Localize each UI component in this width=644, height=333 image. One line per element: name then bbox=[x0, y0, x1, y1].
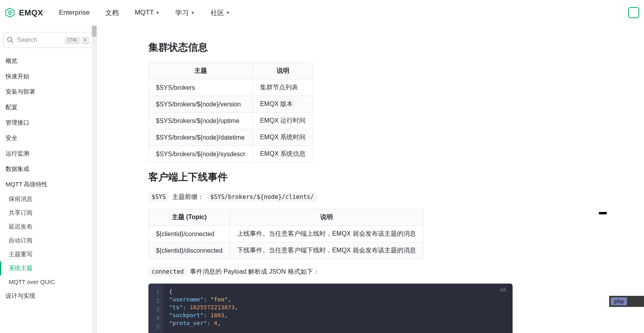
sidebar-scrollbar-thumb[interactable] bbox=[92, 26, 97, 37]
table-header: 主题 bbox=[149, 63, 253, 79]
table-row: $SYS/brokers/${node}/versionEMQX 版本 bbox=[149, 96, 313, 113]
sidebar-subitem[interactable]: MQTT over QUIC bbox=[0, 275, 97, 288]
search-input[interactable]: Search CTRL K bbox=[3, 32, 93, 48]
sidebar-subitem[interactable]: 系统主题 bbox=[0, 261, 97, 275]
sidebar-subitem[interactable]: 保留消息 bbox=[0, 192, 97, 206]
sidebar-item[interactable]: 数据集成 bbox=[0, 161, 97, 177]
main-content: 集群状态信息 主题说明 $SYS/brokers集群节点列表$SYS/broke… bbox=[97, 26, 644, 333]
section-heading-client-events: 客户端上下线事件 bbox=[148, 170, 513, 184]
kbd-ctrl: CTRL bbox=[65, 37, 80, 44]
code-line-numbers: 12345 bbox=[148, 284, 163, 333]
code-language-badge: sh bbox=[500, 287, 506, 293]
table-cell: 上线事件。当任意客户端上线时，EMQX 就会发布该主题的消息 bbox=[230, 226, 424, 242]
sidebar-item[interactable]: 概览 bbox=[0, 53, 97, 69]
section-heading-cluster: 集群状态信息 bbox=[148, 41, 513, 54]
search-placeholder: Search bbox=[17, 36, 62, 44]
sidebar-subitem[interactable]: 自动订阅 bbox=[0, 234, 97, 248]
nav-文档[interactable]: 文档 bbox=[105, 8, 119, 17]
table-cell: $SYS/brokers/${node}/uptime bbox=[149, 113, 253, 129]
sidebar-subitem[interactable]: 主题重写 bbox=[0, 248, 97, 261]
prefix-value-code: $SYS/brokers/${node}/clients/ bbox=[207, 192, 317, 202]
cluster-status-table: 主题说明 $SYS/brokers集群节点列表$SYS/brokers/${no… bbox=[148, 62, 313, 163]
nav-社区[interactable]: 社区▼ bbox=[211, 8, 230, 17]
connected-code: connected bbox=[148, 267, 187, 276]
chevron-down-icon: ▼ bbox=[226, 10, 230, 15]
svg-point-1 bbox=[8, 37, 12, 42]
sys-code: $SYS bbox=[148, 192, 169, 202]
top-nav: EMQX Enterprise文档MQTT▼学习▼社区▼ bbox=[0, 0, 644, 26]
nav-学习[interactable]: 学习▼ bbox=[175, 8, 195, 17]
sidebar-item[interactable]: 配置 bbox=[0, 100, 97, 115]
sidebar-item[interactable]: MQTT 高级特性 bbox=[0, 177, 97, 192]
payload-desc-line: connected 事件消息的 Payload 解析成 JSON 格式如下： bbox=[148, 267, 513, 276]
nav-mqtt[interactable]: MQTT▼ bbox=[135, 9, 160, 17]
chevron-down-icon: ▼ bbox=[156, 10, 160, 15]
brand-text: EMQX bbox=[19, 8, 43, 17]
table-header: 说明 bbox=[253, 63, 313, 79]
table-row: ${clientid}/connected上线事件。当任意客户端上线时，EMQX… bbox=[149, 226, 424, 242]
kbd-k: K bbox=[82, 37, 89, 44]
svg-line-2 bbox=[11, 41, 13, 43]
header-right bbox=[628, 7, 639, 18]
chevron-down-icon: ▼ bbox=[190, 10, 195, 15]
search-shortcut: CTRL K bbox=[65, 37, 89, 44]
sidebar-subitem[interactable]: 共享订阅 bbox=[0, 206, 97, 220]
php-watermark: php bbox=[609, 296, 644, 307]
json-code-block: sh 12345 { "username": "foo", "ts": 1625… bbox=[148, 284, 513, 333]
table-cell: $SYS/brokers/${node}/sysdescr bbox=[149, 146, 253, 163]
sidebar-item[interactable]: 快速开始 bbox=[0, 69, 97, 84]
sidebar-item[interactable]: 安全 bbox=[0, 131, 97, 146]
table-row: ${clientid}/disconnected下线事件。当任意客户端下线时，E… bbox=[149, 242, 424, 259]
table-cell: 集群节点列表 bbox=[253, 79, 313, 96]
nav-enterprise[interactable]: Enterprise bbox=[59, 9, 89, 17]
prefix-label: 主题前缀： bbox=[172, 193, 204, 201]
table-cell: ${clientid}/connected bbox=[149, 226, 230, 242]
table-cell: EMQX 版本 bbox=[253, 96, 313, 113]
sidebar-item[interactable]: 运行监测 bbox=[0, 146, 97, 161]
sidebar-subitem[interactable]: 延迟发布 bbox=[0, 220, 97, 234]
nav-menu: Enterprise文档MQTT▼学习▼社区▼ bbox=[59, 8, 230, 17]
minimize-icon[interactable] bbox=[599, 212, 607, 214]
search-icon bbox=[7, 36, 14, 44]
emqx-logo-icon bbox=[5, 8, 15, 18]
header-action-button[interactable] bbox=[628, 7, 639, 18]
sidebar-item[interactable]: 设计与实现 bbox=[0, 288, 97, 304]
table-cell: $SYS/brokers/${node}/datetime bbox=[149, 129, 253, 146]
payload-label: 事件消息的 Payload 解析成 JSON 格式如下： bbox=[190, 268, 319, 276]
sidebar-item[interactable]: 管理接口 bbox=[0, 115, 97, 131]
table-cell: EMQX 系统信息 bbox=[253, 146, 313, 163]
table-cell: EMQX 系统时间 bbox=[253, 129, 313, 146]
table-header: 主题 (Topic) bbox=[149, 209, 230, 226]
table-cell: 下线事件。当任意客户端下线时，EMQX 就会发布该主题的消息 bbox=[230, 242, 424, 259]
sidebar-scrollbar-track[interactable] bbox=[92, 26, 97, 333]
table-row: $SYS/brokers/${node}/uptimeEMQX 运行时间 bbox=[149, 113, 313, 129]
table-header: 说明 bbox=[230, 209, 424, 226]
table-cell: $SYS/brokers bbox=[149, 79, 253, 96]
brand[interactable]: EMQX bbox=[5, 8, 43, 18]
table-row: $SYS/brokers集群节点列表 bbox=[149, 79, 313, 96]
table-row: $SYS/brokers/${node}/datetimeEMQX 系统时间 bbox=[149, 129, 313, 146]
code-content: { "username": "foo", "ts": 1625572213873… bbox=[163, 284, 244, 333]
sidebar: Search CTRL K 概览快速开始安装与部署配置管理接口安全运行监测数据集… bbox=[0, 26, 97, 333]
table-cell: ${clientid}/disconnected bbox=[149, 242, 230, 259]
sidebar-item[interactable]: 安装与部署 bbox=[0, 84, 97, 100]
table-row: $SYS/brokers/${node}/sysdescrEMQX 系统信息 bbox=[149, 146, 313, 163]
topic-prefix-line: $SYS 主题前缀： $SYS/brokers/${node}/clients/ bbox=[148, 192, 513, 202]
client-events-table: 主题 (Topic)说明 ${clientid}/connected上线事件。当… bbox=[148, 209, 424, 259]
table-cell: EMQX 运行时间 bbox=[253, 113, 313, 129]
table-cell: $SYS/brokers/${node}/version bbox=[149, 96, 253, 113]
